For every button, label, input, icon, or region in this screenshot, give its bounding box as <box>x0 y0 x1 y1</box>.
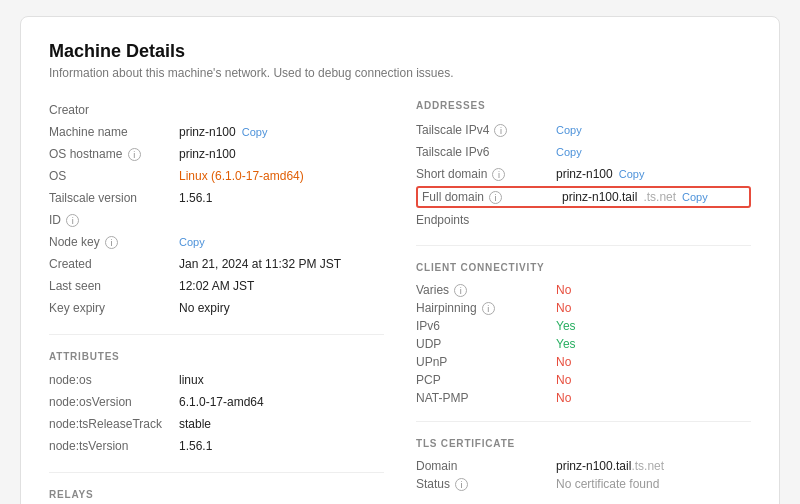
label-key-expiry: Key expiry <box>49 301 179 315</box>
addresses-label: ADDRESSES <box>416 100 751 111</box>
info-icon-hostname[interactable]: i <box>128 148 141 161</box>
value-hairpinning: No <box>556 301 571 315</box>
addr-row-ipv6: Tailscale IPv6 Copy <box>416 141 751 163</box>
addr-row-short-domain: Short domain i prinz-n100 Copy <box>416 163 751 185</box>
attr-row-node-os: node:os linux <box>49 370 384 392</box>
label-ts-version: Tailscale version <box>49 191 179 205</box>
value-varies: No <box>556 283 571 297</box>
machine-name-text: prinz-n100 <box>179 125 236 139</box>
info-icon-ipv4[interactable]: i <box>494 124 507 137</box>
label-upnp: UPnP <box>416 355 556 369</box>
addr-row-full-domain: Full domain i prinz-n100.tail.ts.net Cop… <box>416 186 751 208</box>
value-ipv4: Copy <box>556 124 751 136</box>
label-tls-status: Status i <box>416 477 556 491</box>
field-row-id: ID i <box>49 210 384 232</box>
attr-label-ts-version: node:tsVersion <box>49 439 179 453</box>
attr-value-node-os: linux <box>179 373 204 387</box>
info-icon-varies[interactable]: i <box>454 284 467 297</box>
label-id: ID i <box>49 213 179 227</box>
attr-value-ts-version: 1.56.1 <box>179 439 212 453</box>
attr-label-release-track: node:tsReleaseTrack <box>49 417 179 431</box>
value-ipv6: Copy <box>556 146 751 158</box>
value-pcp: No <box>556 373 571 387</box>
tls-domain-suffix: .ts.net <box>631 459 664 473</box>
conn-row-nat-pmp: NAT-PMP No <box>416 389 751 407</box>
value-tls-status: No certificate found <box>556 477 659 491</box>
value-conn-ipv6: Yes <box>556 319 576 333</box>
relays-label: RELAYS <box>49 489 384 500</box>
value-nat-pmp: No <box>556 391 571 405</box>
short-domain-text: prinz-n100 <box>556 167 613 181</box>
field-row-last-seen: Last seen 12:02 AM JST <box>49 276 384 298</box>
label-endpoints: Endpoints <box>416 213 556 227</box>
value-udp: Yes <box>556 337 576 351</box>
conn-row-pcp: PCP No <box>416 371 751 389</box>
machine-details-card: Machine Details Information about this m… <box>20 16 780 504</box>
label-creator: Creator <box>49 103 179 117</box>
label-hairpinning: Hairpinning i <box>416 301 556 315</box>
connectivity-label: CLIENT CONNECTIVITY <box>416 262 751 273</box>
tls-row-status: Status i No certificate found <box>416 475 751 493</box>
info-icon-tls-status[interactable]: i <box>455 478 468 491</box>
value-last-seen: 12:02 AM JST <box>179 279 254 293</box>
label-tls-domain: Domain <box>416 459 556 473</box>
info-icon-hairpinning[interactable]: i <box>482 302 495 315</box>
addr-row-endpoints: Endpoints <box>416 209 751 231</box>
attr-row-os-version: node:osVersion 6.1.0-17-amd64 <box>49 392 384 414</box>
copy-ipv6[interactable]: Copy <box>556 146 582 158</box>
field-row-ts-version: Tailscale version 1.56.1 <box>49 188 384 210</box>
value-short-domain: prinz-n100 Copy <box>556 167 751 181</box>
attr-value-release-track: stable <box>179 417 211 431</box>
tls-label: TLS CERTIFICATE <box>416 438 751 449</box>
value-node-key: Copy <box>179 236 205 248</box>
divider-relays <box>49 472 384 473</box>
divider-attributes <box>49 334 384 335</box>
value-ts-version: 1.56.1 <box>179 191 212 205</box>
info-icon-id[interactable]: i <box>66 214 79 227</box>
left-column: Creator Machine name prinz-n100 Copy OS … <box>49 100 384 504</box>
tls-domain-main: prinz-n100.tail <box>556 459 631 473</box>
attr-row-ts-version: node:tsVersion 1.56.1 <box>49 436 384 458</box>
label-conn-ipv6: IPv6 <box>416 319 556 333</box>
field-row-os-hostname: OS hostname i prinz-n100 <box>49 144 384 166</box>
page-title: Machine Details <box>49 41 751 62</box>
info-icon-node-key[interactable]: i <box>105 236 118 249</box>
conn-row-varies: Varies i No <box>416 281 751 299</box>
value-full-domain: prinz-n100.tail.ts.net Copy <box>562 190 745 204</box>
label-os: OS <box>49 169 179 183</box>
copy-full-domain[interactable]: Copy <box>682 191 708 203</box>
conn-row-ipv6: IPv6 Yes <box>416 317 751 335</box>
field-row-created: Created Jan 21, 2024 at 11:32 PM JST <box>49 254 384 276</box>
value-key-expiry: No expiry <box>179 301 230 315</box>
value-os: Linux (6.1.0-17-amd64) <box>179 169 304 183</box>
label-full-domain: Full domain i <box>422 190 562 204</box>
attr-label-os-version: node:osVersion <box>49 395 179 409</box>
copy-node-key[interactable]: Copy <box>179 236 205 248</box>
addr-row-ipv4: Tailscale IPv4 i Copy <box>416 119 751 141</box>
full-domain-main: prinz-n100.tail <box>562 190 637 204</box>
page-subtitle: Information about this machine's network… <box>49 66 751 80</box>
conn-row-hairpinning: Hairpinning i No <box>416 299 751 317</box>
label-last-seen: Last seen <box>49 279 179 293</box>
info-icon-short-domain[interactable]: i <box>492 168 505 181</box>
label-created: Created <box>49 257 179 271</box>
label-short-domain: Short domain i <box>416 167 556 181</box>
info-icon-full-domain[interactable]: i <box>489 191 502 204</box>
copy-short-domain[interactable]: Copy <box>619 168 645 180</box>
value-upnp: No <box>556 355 571 369</box>
conn-row-upnp: UPnP No <box>416 353 751 371</box>
field-row-node-key: Node key i Copy <box>49 232 384 254</box>
label-os-hostname: OS hostname i <box>49 147 179 161</box>
copy-machine-name[interactable]: Copy <box>242 126 268 138</box>
label-varies: Varies i <box>416 283 556 297</box>
divider-connectivity <box>416 245 751 246</box>
label-udp: UDP <box>416 337 556 351</box>
copy-ipv4[interactable]: Copy <box>556 124 582 136</box>
label-ipv4: Tailscale IPv4 i <box>416 123 556 137</box>
tls-row-domain: Domain prinz-n100.tail.ts.net <box>416 457 751 475</box>
field-row-machine-name: Machine name prinz-n100 Copy <box>49 122 384 144</box>
attributes-label: ATTRIBUTES <box>49 351 384 362</box>
field-row-key-expiry: Key expiry No expiry <box>49 298 384 320</box>
label-ipv6: Tailscale IPv6 <box>416 145 556 159</box>
full-domain-suffix: .ts.net <box>643 190 676 204</box>
